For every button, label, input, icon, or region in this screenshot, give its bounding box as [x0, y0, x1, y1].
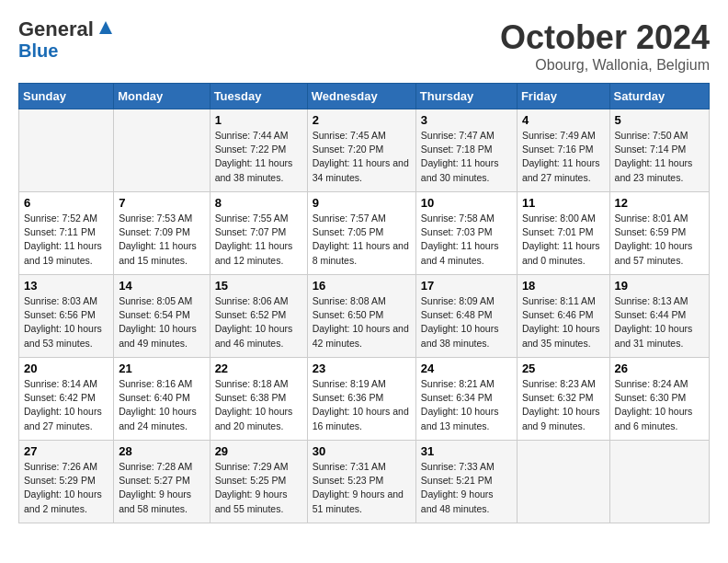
- logo: General Blue: [18, 18, 116, 61]
- day-info: Sunrise: 8:13 AM Sunset: 6:44 PM Dayligh…: [615, 294, 704, 350]
- day-info: Sunrise: 7:49 AM Sunset: 7:16 PM Dayligh…: [522, 129, 605, 185]
- calendar-cell: 31Sunrise: 7:33 AM Sunset: 5:21 PM Dayli…: [415, 441, 517, 523]
- day-number: 25: [522, 362, 605, 375]
- calendar-week-1: 1Sunrise: 7:44 AM Sunset: 7:22 PM Daylig…: [19, 109, 710, 192]
- page-header: General Blue October 2024 Obourg, Wallon…: [18, 18, 710, 74]
- day-info: Sunrise: 7:57 AM Sunset: 7:05 PM Dayligh…: [313, 212, 411, 268]
- calendar-cell: 5Sunrise: 7:50 AM Sunset: 7:14 PM Daylig…: [609, 109, 709, 192]
- day-number: 12: [615, 196, 704, 210]
- calendar-cell: 10Sunrise: 7:58 AM Sunset: 7:03 PM Dayli…: [415, 192, 517, 275]
- day-number: 6: [24, 196, 108, 210]
- day-info: Sunrise: 7:28 AM Sunset: 5:27 PM Dayligh…: [119, 460, 204, 516]
- calendar-cell: [114, 109, 210, 192]
- calendar-cell: 20Sunrise: 8:14 AM Sunset: 6:42 PM Dayli…: [19, 358, 114, 441]
- day-info: Sunrise: 8:16 AM Sunset: 6:40 PM Dayligh…: [119, 377, 204, 433]
- day-number: 3: [421, 113, 512, 127]
- calendar-cell: [19, 109, 114, 192]
- day-number: 28: [119, 444, 204, 458]
- calendar-cell: 30Sunrise: 7:31 AM Sunset: 5:23 PM Dayli…: [307, 441, 415, 523]
- calendar-cell: 8Sunrise: 7:55 AM Sunset: 7:07 PM Daylig…: [210, 192, 307, 275]
- calendar-cell: 22Sunrise: 8:18 AM Sunset: 6:38 PM Dayli…: [210, 358, 307, 441]
- calendar-cell: 24Sunrise: 8:21 AM Sunset: 6:34 PM Dayli…: [415, 358, 517, 441]
- calendar-cell: 9Sunrise: 7:57 AM Sunset: 7:05 PM Daylig…: [307, 192, 415, 275]
- day-number: 9: [313, 196, 411, 210]
- calendar-cell: 4Sunrise: 7:49 AM Sunset: 7:16 PM Daylig…: [517, 109, 609, 192]
- calendar-cell: 17Sunrise: 8:09 AM Sunset: 6:48 PM Dayli…: [415, 275, 517, 358]
- day-number: 31: [421, 444, 512, 458]
- calendar-week-2: 6Sunrise: 7:52 AM Sunset: 7:11 PM Daylig…: [19, 192, 710, 275]
- calendar-cell: 18Sunrise: 8:11 AM Sunset: 6:46 PM Dayli…: [517, 275, 609, 358]
- month-title: October 2024: [500, 18, 710, 57]
- calendar-cell: 25Sunrise: 8:23 AM Sunset: 6:32 PM Dayli…: [517, 358, 609, 441]
- calendar-week-5: 27Sunrise: 7:26 AM Sunset: 5:29 PM Dayli…: [19, 441, 710, 523]
- day-number: 17: [421, 279, 512, 293]
- day-number: 20: [24, 362, 108, 375]
- calendar-cell: 21Sunrise: 8:16 AM Sunset: 6:40 PM Dayli…: [114, 358, 210, 441]
- day-number: 5: [615, 113, 704, 127]
- day-number: 15: [215, 279, 302, 293]
- day-number: 29: [215, 444, 302, 458]
- calendar-header-row: SundayMondayTuesdayWednesdayThursdayFrid…: [19, 84, 710, 109]
- calendar-cell: [609, 441, 709, 523]
- calendar-cell: 29Sunrise: 7:29 AM Sunset: 5:25 PM Dayli…: [210, 441, 307, 523]
- day-info: Sunrise: 7:47 AM Sunset: 7:18 PM Dayligh…: [421, 129, 512, 185]
- calendar-cell: 7Sunrise: 7:53 AM Sunset: 7:09 PM Daylig…: [114, 192, 210, 275]
- day-info: Sunrise: 7:31 AM Sunset: 5:23 PM Dayligh…: [313, 460, 411, 516]
- day-number: 27: [24, 444, 108, 458]
- day-number: 14: [119, 279, 204, 293]
- calendar-cell: 23Sunrise: 8:19 AM Sunset: 6:36 PM Dayli…: [307, 358, 415, 441]
- day-info: Sunrise: 8:21 AM Sunset: 6:34 PM Dayligh…: [421, 377, 512, 433]
- calendar-cell: [517, 441, 609, 523]
- title-block: October 2024 Obourg, Wallonia, Belgium: [500, 18, 710, 74]
- day-info: Sunrise: 8:18 AM Sunset: 6:38 PM Dayligh…: [215, 377, 302, 433]
- day-number: 18: [522, 279, 605, 293]
- day-info: Sunrise: 7:52 AM Sunset: 7:11 PM Dayligh…: [24, 212, 108, 268]
- day-info: Sunrise: 8:19 AM Sunset: 6:36 PM Dayligh…: [313, 377, 411, 433]
- calendar-cell: 6Sunrise: 7:52 AM Sunset: 7:11 PM Daylig…: [19, 192, 114, 275]
- day-header-wednesday: Wednesday: [307, 84, 415, 109]
- calendar-week-4: 20Sunrise: 8:14 AM Sunset: 6:42 PM Dayli…: [19, 358, 710, 441]
- calendar-cell: 19Sunrise: 8:13 AM Sunset: 6:44 PM Dayli…: [609, 275, 709, 358]
- day-number: 1: [215, 113, 302, 127]
- day-number: 23: [313, 362, 411, 375]
- day-info: Sunrise: 8:00 AM Sunset: 7:01 PM Dayligh…: [522, 212, 605, 268]
- day-header-thursday: Thursday: [415, 84, 517, 109]
- day-info: Sunrise: 8:06 AM Sunset: 6:52 PM Dayligh…: [215, 294, 302, 350]
- day-number: 2: [313, 113, 411, 127]
- day-info: Sunrise: 8:03 AM Sunset: 6:56 PM Dayligh…: [24, 294, 108, 350]
- day-info: Sunrise: 8:05 AM Sunset: 6:54 PM Dayligh…: [119, 294, 204, 350]
- calendar-week-3: 13Sunrise: 8:03 AM Sunset: 6:56 PM Dayli…: [19, 275, 710, 358]
- calendar-cell: 26Sunrise: 8:24 AM Sunset: 6:30 PM Dayli…: [609, 358, 709, 441]
- calendar-cell: 28Sunrise: 7:28 AM Sunset: 5:27 PM Dayli…: [114, 441, 210, 523]
- svg-marker-0: [99, 21, 112, 34]
- day-number: 22: [215, 362, 302, 375]
- day-info: Sunrise: 7:29 AM Sunset: 5:25 PM Dayligh…: [215, 460, 302, 516]
- day-info: Sunrise: 7:44 AM Sunset: 7:22 PM Dayligh…: [215, 129, 302, 185]
- logo-icon: [96, 17, 116, 38]
- day-number: 4: [522, 113, 605, 127]
- day-info: Sunrise: 8:23 AM Sunset: 6:32 PM Dayligh…: [522, 377, 605, 433]
- calendar-cell: 13Sunrise: 8:03 AM Sunset: 6:56 PM Dayli…: [19, 275, 114, 358]
- calendar-cell: 2Sunrise: 7:45 AM Sunset: 7:20 PM Daylig…: [307, 109, 415, 192]
- day-info: Sunrise: 7:26 AM Sunset: 5:29 PM Dayligh…: [24, 460, 108, 516]
- day-number: 16: [313, 279, 411, 293]
- day-number: 11: [522, 196, 605, 210]
- day-info: Sunrise: 7:45 AM Sunset: 7:20 PM Dayligh…: [313, 129, 411, 185]
- day-number: 30: [313, 444, 411, 458]
- day-number: 8: [215, 196, 302, 210]
- day-number: 13: [24, 279, 108, 293]
- day-number: 24: [421, 362, 512, 375]
- day-info: Sunrise: 7:58 AM Sunset: 7:03 PM Dayligh…: [421, 212, 512, 268]
- calendar-cell: 3Sunrise: 7:47 AM Sunset: 7:18 PM Daylig…: [415, 109, 517, 192]
- day-info: Sunrise: 8:08 AM Sunset: 6:50 PM Dayligh…: [313, 294, 411, 350]
- logo-blue: Blue: [18, 40, 58, 61]
- calendar-cell: 27Sunrise: 7:26 AM Sunset: 5:29 PM Dayli…: [19, 441, 114, 523]
- day-header-monday: Monday: [114, 84, 210, 109]
- day-number: 21: [119, 362, 204, 375]
- day-info: Sunrise: 8:14 AM Sunset: 6:42 PM Dayligh…: [24, 377, 108, 433]
- day-info: Sunrise: 8:24 AM Sunset: 6:30 PM Dayligh…: [615, 377, 704, 433]
- day-header-saturday: Saturday: [609, 84, 709, 109]
- location: Obourg, Wallonia, Belgium: [500, 57, 710, 74]
- calendar-cell: 14Sunrise: 8:05 AM Sunset: 6:54 PM Dayli…: [114, 275, 210, 358]
- day-number: 10: [421, 196, 512, 210]
